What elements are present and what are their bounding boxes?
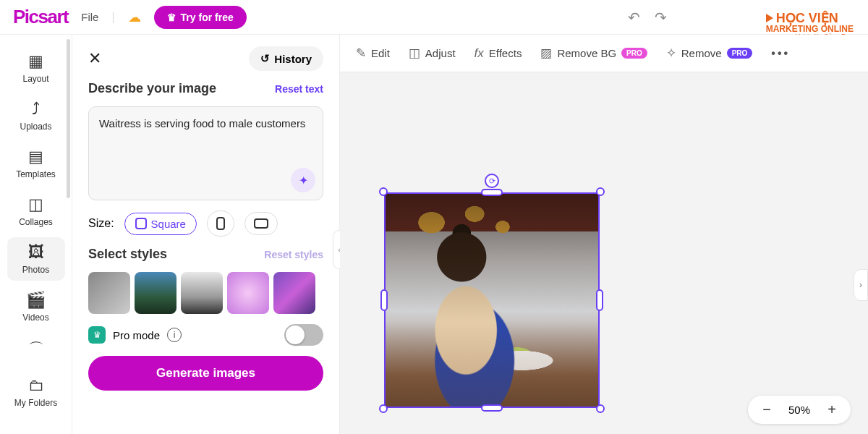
brand-logo: Picsart bbox=[13, 6, 68, 28]
adjust-icon: ◫ bbox=[409, 46, 420, 61]
zoom-in-button[interactable]: + bbox=[825, 401, 839, 418]
left-rail: ▦Layout ⤴Uploads ▤Templates ◫Collages 🖼P… bbox=[0, 35, 72, 434]
resize-handle-br[interactable] bbox=[596, 404, 605, 413]
square-icon bbox=[135, 218, 147, 229]
info-icon[interactable]: i bbox=[167, 328, 182, 342]
prompt-value: Waitress is serving food to male custome… bbox=[99, 117, 312, 129]
canvas-toolbar: ✎Edit ◫Adjust fxEffects ▨Remove BGPRO ✧R… bbox=[340, 35, 868, 72]
rail-videos[interactable]: 🎬Videos bbox=[7, 285, 65, 328]
zoom-out-button[interactable]: − bbox=[760, 401, 774, 418]
videos-icon: 🎬 bbox=[26, 291, 46, 310]
enhance-prompt-button[interactable]: ✦ bbox=[291, 168, 315, 192]
selection-outline bbox=[384, 192, 600, 408]
style-thumb-2[interactable] bbox=[135, 272, 176, 314]
collages-icon: ◫ bbox=[28, 195, 43, 214]
upload-icon: ⤴ bbox=[32, 100, 40, 119]
style-thumb-5[interactable] bbox=[273, 272, 315, 314]
resize-handle-bottom[interactable] bbox=[481, 404, 503, 412]
resize-handle-tr[interactable] bbox=[596, 187, 605, 196]
removebg-icon: ▨ bbox=[540, 46, 552, 61]
style-thumb-1[interactable] bbox=[88, 272, 130, 314]
remove-icon: ✧ bbox=[666, 46, 676, 61]
size-landscape-chip[interactable] bbox=[244, 212, 278, 235]
try-free-label: Try for free bbox=[181, 12, 234, 23]
cloud-sync-icon[interactable]: ☁ bbox=[128, 9, 141, 25]
resize-handle-tl[interactable] bbox=[379, 187, 388, 196]
edit-icon: ✎ bbox=[356, 46, 366, 61]
effects-button[interactable]: fxEffects bbox=[475, 46, 522, 61]
remove-bg-button[interactable]: ▨Remove BGPRO bbox=[540, 46, 647, 61]
top-bar: Picsart File | ☁ ♛ Try for free ↶ ↷ bbox=[0, 0, 868, 35]
more-menu[interactable]: ••• bbox=[771, 47, 790, 60]
undo-icon[interactable]: ↶ bbox=[628, 9, 640, 26]
rail-templates[interactable]: ▤Templates bbox=[7, 142, 65, 185]
divider: | bbox=[111, 11, 114, 24]
rail-collages[interactable]: ◫Collages bbox=[7, 190, 65, 233]
remove-button[interactable]: ✧RemovePRO bbox=[666, 46, 753, 61]
selected-image[interactable]: ⟳ bbox=[384, 192, 600, 408]
size-square-chip[interactable]: Square bbox=[124, 213, 197, 235]
edit-button[interactable]: ✎Edit bbox=[356, 46, 390, 61]
describe-heading: Describe your image bbox=[88, 81, 216, 96]
folder-icon: 🗀 bbox=[28, 376, 44, 395]
pro-pill: PRO bbox=[621, 48, 647, 59]
play-icon bbox=[766, 14, 773, 22]
style-thumb-3[interactable] bbox=[181, 272, 223, 314]
landscape-icon bbox=[254, 218, 268, 229]
rail-photos[interactable]: 🖼Photos bbox=[7, 237, 65, 281]
styles-heading: Select styles bbox=[88, 247, 167, 262]
reset-styles-link[interactable]: Reset styles bbox=[264, 249, 323, 260]
rail-hidden[interactable]: ⌒ bbox=[7, 333, 65, 366]
file-menu[interactable]: File bbox=[81, 11, 98, 23]
layout-icon: ▦ bbox=[28, 52, 43, 71]
rail-scrollbar[interactable] bbox=[67, 39, 70, 198]
pro-mode-label: Pro mode bbox=[113, 329, 160, 341]
adjust-button[interactable]: ◫Adjust bbox=[409, 46, 456, 61]
pro-pill: PRO bbox=[727, 48, 753, 59]
size-label: Size: bbox=[88, 217, 114, 230]
resize-handle-left[interactable] bbox=[380, 289, 388, 311]
style-thumb-4[interactable] bbox=[227, 272, 269, 314]
side-panel: ✕ ↺History Describe your image Reset tex… bbox=[72, 35, 340, 434]
pro-mode-toggle[interactable] bbox=[284, 324, 323, 346]
more-icon: ⌒ bbox=[28, 339, 44, 360]
right-panel-handle[interactable]: › bbox=[854, 269, 868, 301]
resize-handle-right[interactable] bbox=[596, 289, 603, 311]
redo-icon[interactable]: ↷ bbox=[655, 9, 667, 26]
crown-icon: ♛ bbox=[167, 12, 176, 23]
sparkle-icon: ✦ bbox=[299, 174, 308, 187]
style-thumbnails bbox=[88, 272, 323, 314]
history-icon: ↺ bbox=[260, 52, 270, 65]
zoom-value: 50% bbox=[788, 404, 810, 416]
try-for-free-button[interactable]: ♛ Try for free bbox=[154, 6, 247, 29]
size-portrait-chip[interactable] bbox=[207, 210, 234, 237]
resize-handle-top[interactable] bbox=[481, 189, 503, 196]
rail-layout[interactable]: ▦Layout bbox=[7, 46, 65, 90]
prompt-textarea[interactable]: Waitress is serving food to male custome… bbox=[88, 106, 323, 200]
zoom-control: − 50% + bbox=[748, 396, 851, 424]
templates-icon: ▤ bbox=[28, 148, 43, 166]
resize-handle-bl[interactable] bbox=[379, 404, 388, 413]
portrait-icon bbox=[216, 217, 225, 230]
rotate-handle[interactable]: ⟳ bbox=[485, 174, 499, 188]
rail-uploads[interactable]: ⤴Uploads bbox=[7, 94, 65, 137]
close-icon[interactable]: ✕ bbox=[88, 49, 101, 68]
history-button[interactable]: ↺History bbox=[249, 46, 323, 71]
effects-icon: fx bbox=[475, 46, 484, 61]
generate-button[interactable]: Generate images bbox=[88, 356, 323, 391]
reset-text-link[interactable]: Reset text bbox=[275, 83, 323, 95]
photos-icon: 🖼 bbox=[28, 243, 44, 262]
rail-myfolders[interactable]: 🗀My Folders bbox=[7, 370, 65, 414]
canvas-area[interactable]: ✎Edit ◫Adjust fxEffects ▨Remove BGPRO ✧R… bbox=[340, 35, 868, 434]
pro-badge-icon: ♛ bbox=[88, 326, 106, 344]
